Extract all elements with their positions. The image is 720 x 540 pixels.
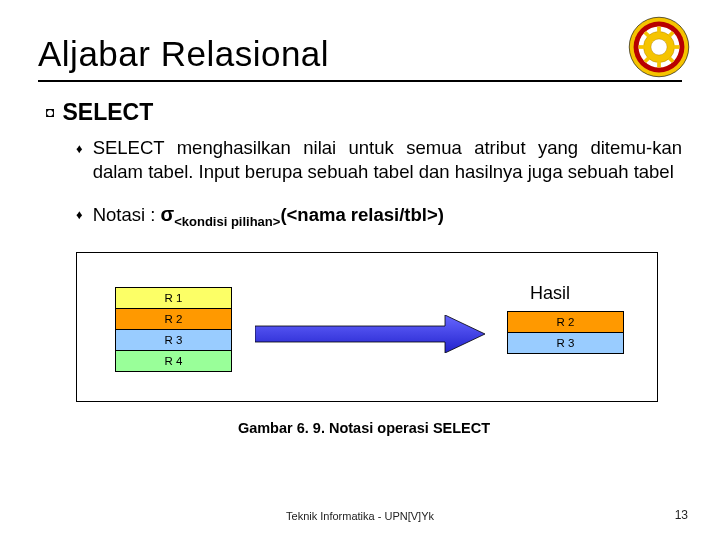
svg-rect-7 [639, 45, 645, 49]
notasi-prefix: Notasi : [93, 204, 161, 225]
sigma-subscript: <kondisi pilihan> [174, 214, 280, 229]
table-row: R 2 [508, 311, 624, 332]
footer-center-text: Teknik Informatika - UPN[V]Yk [0, 510, 720, 522]
table-row: R 1 [116, 287, 232, 308]
diamond-bullet-icon: ♦ [76, 138, 83, 184]
svg-rect-6 [657, 61, 661, 67]
input-table: R 1 R 2 R 3 R 4 [115, 287, 232, 372]
table-row: R 2 [116, 308, 232, 329]
sigma-symbol: σ [161, 203, 175, 225]
arrow-icon [255, 315, 485, 353]
figure-select-operation: R 1 R 2 R 3 R 4 Hasil R [76, 252, 658, 402]
bullet-1-text: SELECT menghasilkan nilai untuk semua at… [93, 136, 682, 184]
page-number: 13 [675, 508, 688, 522]
bullet-2-text: Notasi : σ<kondisi pilihan>(<nama relasi… [93, 202, 444, 234]
hasil-label: Hasil [530, 283, 570, 304]
table-row: R 3 [116, 329, 232, 350]
output-table: R 2 R 3 [507, 311, 624, 354]
diamond-bullet-icon: ♦ [76, 204, 83, 234]
svg-rect-5 [657, 27, 661, 33]
table-row: R 4 [116, 350, 232, 371]
sigma-argument: (<nama relasi/tbl>) [280, 204, 443, 225]
figure-caption: Gambar 6. 9. Notasi operasi SELECT [46, 420, 682, 436]
table-row: R 3 [508, 332, 624, 353]
university-logo [628, 16, 690, 78]
svg-marker-13 [255, 315, 485, 353]
svg-rect-8 [673, 45, 679, 49]
page-title: Aljabar Relasional [38, 34, 682, 74]
svg-point-4 [651, 39, 667, 55]
section-label: SELECT [62, 98, 153, 126]
title-underline [38, 80, 682, 82]
bullet-top-icon: ◘ [46, 98, 54, 126]
